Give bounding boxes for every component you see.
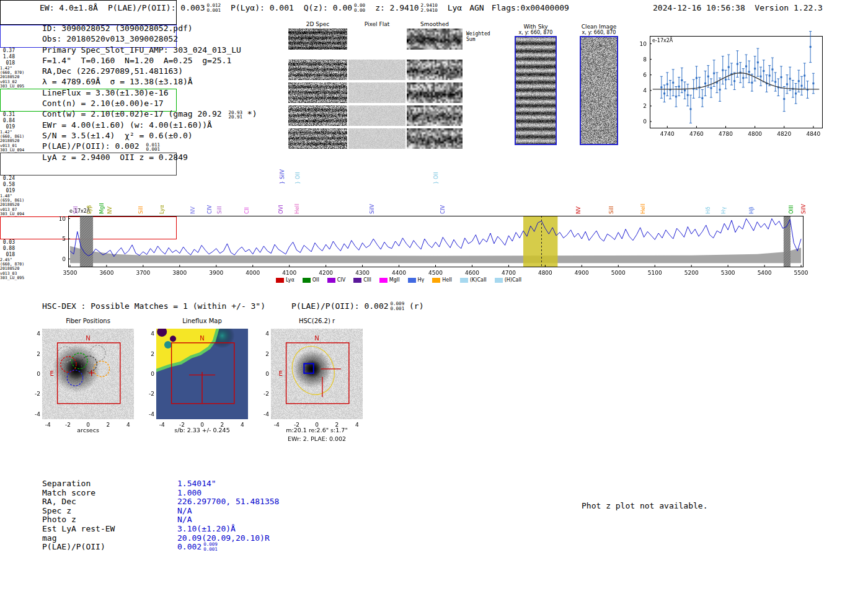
catalog-match-table: Separation1.54014"Match score1.000RA, De…	[42, 479, 279, 551]
legend-swatch	[460, 278, 468, 283]
match-row-value: 0.002	[177, 542, 202, 551]
info-line: F=1.4" T=0.160 N=1.20 A=0.25 g=25.1	[42, 56, 257, 66]
weighted-smoothed-strip	[407, 29, 463, 50]
match-table-row: Photo zN/A	[42, 515, 279, 524]
info-line: λ = 4789.69Å σ = 13.38(±3.18)Å	[42, 77, 257, 87]
legend-item: CIII	[353, 277, 371, 283]
spectral-line-label: MgII	[99, 203, 105, 214]
with-sky-title: With Sky	[512, 24, 559, 30]
match-table-row: Separation1.54014"	[42, 479, 279, 488]
match-table-row: Est LyA rest-EW3.10(±1.20)Å	[42, 524, 279, 533]
arcsecs-label: arcsecs	[29, 427, 147, 433]
legend-item: Hγ	[408, 277, 425, 283]
fiber-smoothed-strip	[407, 105, 463, 126]
info-line: ID: 3090028052 (3090028052.pdf)	[42, 24, 257, 34]
info-line: Cont(w) = 2.10(±0.02)e-17 (gmag 20.92 20…	[42, 109, 257, 120]
redshift-value: z: 2.9410	[375, 3, 418, 12]
lineflux-map-title: Lineflux Map	[156, 318, 248, 324]
source-info-block: ID: 3090028052 (3090028052.pdf)Obs: 2018…	[42, 24, 257, 163]
hsc-band-tag: (r)	[404, 301, 423, 311]
spectral-line-label: HeII	[640, 203, 646, 214]
match-row-value: 20.09(20.09,20.10)R	[177, 533, 270, 543]
match-row-label: Spec z	[42, 506, 177, 515]
p-lya-value: P(Lyα): 0.001	[231, 3, 294, 12]
legend-swatch	[276, 278, 284, 283]
match-row-label: P(LAE)/P(OII)	[42, 542, 177, 551]
fiber-positions-image	[29, 325, 153, 434]
agn-label: AGN	[469, 3, 484, 12]
flags-value: Flags:0x00400009	[492, 3, 569, 12]
legend-item: (K)CaII	[460, 277, 487, 283]
match-table-row: Match score1.000	[42, 488, 279, 497]
hsc-dex-matches: HSC-DEX : Possible Matches = 1 (within +…	[42, 301, 265, 311]
weighted-pixelflat-strip	[348, 29, 405, 50]
spectral-line-label: NV	[190, 207, 196, 214]
match-row-value: N/A	[177, 515, 192, 524]
match-row-label: mag	[42, 533, 177, 543]
legend-swatch	[495, 278, 503, 283]
spectrum-legend: LyαOIICIVCIIIMgIIHγHeII(K)CaII(H)CaII	[276, 277, 521, 283]
elixer-report-page: EW: 4.0±1.8Å P(LAE)/P(OII): 0.003 0.0120…	[0, 0, 868, 591]
sb-ratio-caption: s/b: 2.33 +/- 0.245	[143, 427, 261, 433]
legend-swatch	[379, 278, 388, 283]
photz-unavailable-note: Phot z plot not available.	[582, 501, 708, 510]
spectral-line-label: CIV	[206, 205, 213, 214]
spectral-line-label: SiII	[73, 206, 79, 214]
legend-swatch	[353, 278, 361, 283]
legend-swatch	[408, 278, 416, 283]
match-table-row: RA, Dec226.297700, 51.481358	[42, 497, 279, 506]
col-header-pixelflat: Pixel Flat	[348, 21, 405, 27]
spectral-line-label: Hδ	[705, 207, 711, 214]
hsc-plae-uncertainty: 0.0090.001	[391, 301, 405, 311]
fiber-pixelflat-strip	[348, 82, 405, 103]
lineflux-map-image	[143, 325, 267, 434]
info-line: EWr = 4.00(±1.60) (w: 4.00(±1.60))Å	[42, 120, 257, 131]
match-row-label: Match score	[42, 488, 177, 497]
match-row-label: Separation	[42, 479, 177, 488]
match-table-row: P(LAE)/P(OII)0.0020.0090.001	[42, 542, 279, 551]
fiber-smoothed-strip	[407, 82, 463, 103]
spectral-line-label: } SiIV	[279, 169, 285, 184]
spectral-line-label: Hβ	[748, 207, 755, 214]
fiber-pixelflat-strip	[348, 128, 405, 149]
spectral-line-label: } OII	[294, 172, 301, 184]
spectral-line-label: Hγ	[720, 207, 727, 214]
hsc-r-image	[257, 325, 381, 434]
hsc-r-title: HSC(26.2) r	[271, 318, 363, 324]
weighted-sum-label: WeightedSum	[466, 31, 490, 42]
legend-item: Lyα	[276, 277, 294, 283]
fiber-smoothed-strip	[407, 128, 463, 149]
fiber-2dspec-strip	[288, 128, 347, 149]
spec2d-row-left-label: 0.371.48018	[0, 48, 15, 66]
match-table-row: mag20.09(20.09,20.10)R	[42, 533, 279, 543]
fiber-2dspec-strip	[288, 105, 347, 126]
legend-item: OII	[303, 277, 319, 283]
timestamp-version: 2024-12-16 10:56:38 Version 1.22.3	[653, 3, 823, 12]
info-line: RA,Dec (226.297089,51.481163)	[42, 66, 257, 77]
fiber-pixelflat-strip	[348, 105, 405, 126]
qz-value: Q(z): 0.00	[304, 3, 352, 12]
plae-poii-uncertainty: 0.0120.001	[206, 3, 221, 12]
spectral-line-label: Lyα	[159, 205, 165, 214]
clean-image	[580, 36, 618, 145]
full-spectrum-plot	[60, 206, 811, 277]
hsc-plae-value: P(LAE)/P(OII): 0.002	[291, 301, 389, 311]
zoomed-line-fit-plot	[639, 31, 831, 143]
fiber-smoothed-strip	[407, 60, 463, 80]
spectral-line-label: SiIV	[369, 204, 375, 214]
spectral-line-label: CII	[244, 207, 250, 214]
weighted-2dspec-strip	[288, 29, 347, 50]
match-row-value: 3.10(±1.20)Å	[177, 524, 236, 533]
spec2d-row-left-label: 0.030.88018	[0, 239, 15, 258]
fiber-2dspec-strip	[288, 60, 347, 80]
spectral-line-label: SiII	[138, 206, 144, 214]
hsc-dex-heading: HSC-DEX : Possible Matches = 1 (within +…	[42, 301, 423, 311]
match-row-label: Est LyA rest-EW	[42, 524, 177, 533]
info-line: LineFlux = 3.30(±1.30)e-16	[42, 88, 257, 99]
spectral-line-label: OVI	[278, 205, 284, 214]
spec2d-row-left-label: 0.310.84019	[0, 112, 15, 130]
fiber-pixelflat-strip	[348, 60, 405, 80]
redshift-uncertainty: 2.94102.9410	[421, 3, 438, 12]
clean-image-title: Clean Image	[575, 24, 622, 30]
info-line: P(LAE)/P(OII): 0.002 0.0110.001	[42, 141, 257, 152]
